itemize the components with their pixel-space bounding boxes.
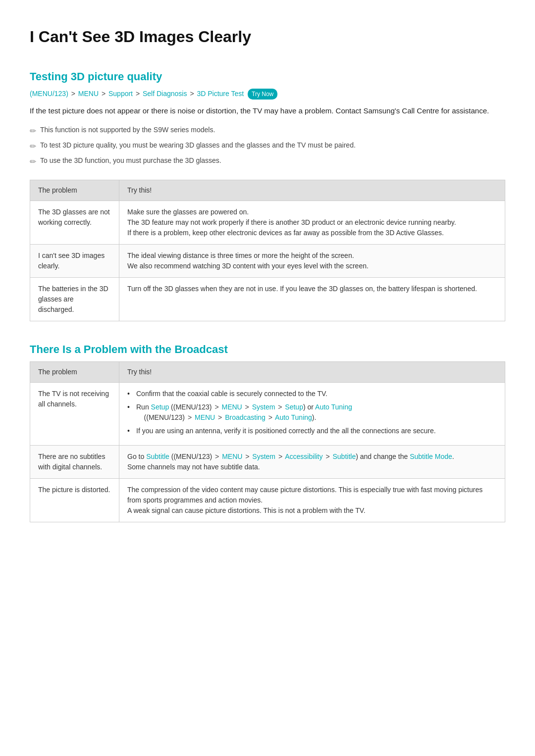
col-header-solution: Try this!	[119, 361, 505, 382]
system-link[interactable]: System	[252, 403, 275, 411]
section2-heading: There Is a Problem with the Broadcast	[30, 341, 505, 357]
subtitle-link[interactable]: Subtitle	[146, 453, 169, 460]
page-title: I Can't See 3D Images Clearly	[30, 25, 505, 49]
auto-tuning-link[interactable]: Auto Tuning	[315, 403, 352, 411]
problem-cell: There are no subtitles with digital chan…	[30, 445, 119, 478]
solution-cell: The compression of the video content may…	[119, 478, 505, 522]
table-row: The batteries in the 3D glasses are disc…	[30, 277, 505, 321]
note-item: ✏ This function is not supported by the …	[30, 125, 505, 137]
note-item: ✏ To use the 3D function, you must purch…	[30, 155, 505, 168]
table-row: There are no subtitles with digital chan…	[30, 445, 505, 478]
menu-link3[interactable]: MENU	[222, 453, 242, 460]
setup-link2[interactable]: Setup	[285, 403, 303, 411]
menu-link2[interactable]: MENU	[195, 413, 215, 421]
solution-cell: Turn off the 3D glasses when they are no…	[119, 277, 505, 321]
table-broadcast-problems: The problem Try this! The TV is not rece…	[30, 361, 505, 522]
section1-intro: If the test picture does not appear or t…	[30, 105, 505, 117]
breadcrumb: (MENU/123) > MENU > Support > Self Diagn…	[30, 89, 505, 100]
subtitle-mode-link[interactable]: Subtitle Mode	[410, 453, 452, 460]
solution-cell: Go to Subtitle ((MENU/123) > MENU > Syst…	[119, 445, 505, 478]
note-item: ✏ To test 3D picture quality, you must b…	[30, 140, 505, 152]
try-now-badge[interactable]: Try Now	[248, 89, 277, 100]
list-item: If you are using an antenna, verify it i…	[127, 426, 497, 436]
pencil-icon: ✏	[30, 125, 36, 137]
table-row: The picture is distorted. The compressio…	[30, 478, 505, 522]
section-broadcast-problem: There Is a Problem with the Broadcast Th…	[30, 341, 505, 522]
problem-cell: The batteries in the 3D glasses are disc…	[30, 277, 119, 321]
solution-cell: Make sure the glasses are powered on. Th…	[119, 201, 505, 244]
auto-tuning-link2[interactable]: Auto Tuning	[275, 413, 312, 421]
pencil-icon: ✏	[30, 156, 36, 168]
section1-notes: ✏ This function is not supported by the …	[30, 125, 505, 168]
col-header-problem: The problem	[30, 180, 119, 201]
section-3d-testing: Testing 3D picture quality (MENU/123) > …	[30, 68, 505, 321]
breadcrumb-menu[interactable]: MENU	[78, 90, 99, 98]
table-row: I can't see 3D images clearly. The ideal…	[30, 244, 505, 277]
section1-heading: Testing 3D picture quality	[30, 68, 505, 85]
breadcrumb-3d-picture-test[interactable]: 3D Picture Test	[197, 90, 244, 98]
setup-link[interactable]: Setup	[151, 403, 169, 411]
solution-bullets: Confirm that the coaxial cable is secure…	[127, 389, 497, 436]
col-header-problem: The problem	[30, 361, 119, 382]
problem-cell: I can't see 3D images clearly.	[30, 244, 119, 277]
subtitle-link2[interactable]: Subtitle	[332, 453, 356, 460]
list-item: Run Setup ((MENU/123) > MENU > System > …	[127, 402, 497, 423]
solution-cell: Confirm that the coaxial cable is secure…	[119, 382, 505, 445]
table-3d-problems: The problem Try this! The 3D glasses are…	[30, 180, 505, 321]
problem-cell: The picture is distorted.	[30, 478, 119, 522]
accessibility-link[interactable]: Accessibility	[285, 453, 322, 460]
broadcasting-link[interactable]: Broadcasting	[225, 413, 266, 421]
breadcrumb-self-diagnosis[interactable]: Self Diagnosis	[143, 90, 187, 98]
table-row: The 3D glasses are not working correctly…	[30, 201, 505, 244]
problem-cell: The 3D glasses are not working correctly…	[30, 201, 119, 244]
solution-cell: The ideal viewing distance is three time…	[119, 244, 505, 277]
col-header-solution: Try this!	[119, 180, 505, 201]
list-item: Confirm that the coaxial cable is secure…	[127, 389, 497, 399]
system-link2[interactable]: System	[252, 453, 275, 460]
menu-link[interactable]: MENU	[221, 403, 242, 411]
table-row: The TV is not receiving all channels. Co…	[30, 382, 505, 445]
breadcrumb-support[interactable]: Support	[108, 90, 133, 98]
breadcrumb-menu123[interactable]: (MENU/123)	[30, 90, 68, 98]
pencil-icon: ✏	[30, 141, 36, 152]
problem-cell: The TV is not receiving all channels.	[30, 382, 119, 445]
